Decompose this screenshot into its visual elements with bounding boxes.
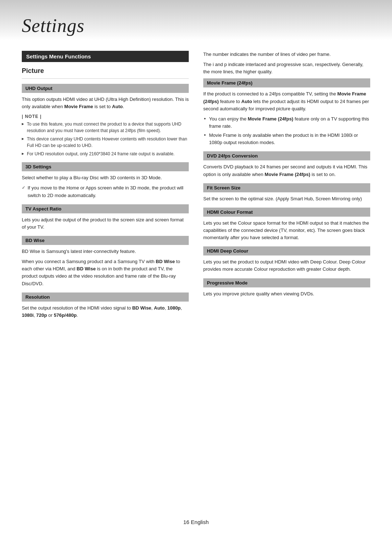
fit-screen-body: Set the screen to the optimal size. (App… bbox=[203, 195, 370, 202]
header-area: Settings bbox=[0, 0, 392, 40]
movie-frame-bullet-2: Movie Frame is only available when the p… bbox=[203, 132, 370, 146]
footer-lang: English bbox=[191, 519, 209, 525]
subsection-uhd-output: UHD Output bbox=[22, 84, 189, 93]
page-wrapper: Settings Settings Menu Functions Picture… bbox=[0, 0, 392, 536]
hdmi-colour-format-body: Lets you set the Colour space format for… bbox=[203, 220, 370, 241]
subsection-progressive-mode: Progressive Mode bbox=[203, 278, 370, 287]
subsection-3d-settings: 3D Settings bbox=[22, 162, 189, 171]
movie-frame-body: If the product is connected to a 24fps c… bbox=[203, 90, 370, 112]
subsection-fit-screen: Fit Screen Size bbox=[203, 183, 370, 192]
subsection-hdmi-colour-format: HDMI Colour Format bbox=[203, 208, 370, 217]
right-intro-text1: The number indicates the number of lines… bbox=[203, 51, 370, 58]
note-item-3: For UHD resolution output, only 2160*384… bbox=[22, 151, 189, 157]
dvd-24fps-body: Converts DVD playback to 24 frames per s… bbox=[203, 163, 370, 178]
subsection-bd-wise: BD Wise bbox=[22, 236, 189, 245]
content-area: Settings Menu Functions Picture UHD Outp… bbox=[0, 40, 392, 336]
movie-frame-bullet-1: You can enjoy the Movie Frame (24fps) fe… bbox=[203, 115, 370, 130]
note-label: | NOTE | bbox=[22, 114, 189, 119]
footer: 16 English bbox=[0, 519, 392, 525]
page-title: Settings bbox=[22, 15, 85, 36]
subsection-tv-aspect-ratio: TV Aspect Ratio bbox=[22, 204, 189, 213]
uhd-output-body: This option outputs HDMI video at UHD (U… bbox=[22, 96, 189, 110]
3d-settings-body: Select whether to play a Blu-ray Disc wi… bbox=[22, 174, 189, 181]
bd-wise-body1: BD Wise is Samsung's latest inter-connec… bbox=[22, 248, 189, 255]
subsection-hdmi-deep-colour: HDMI Deep Colour bbox=[203, 246, 370, 255]
3d-checkmark-list: If you move to the Home or Apps screen w… bbox=[22, 184, 189, 199]
right-intro-text2: The i and p indicate interlaced and prog… bbox=[203, 61, 370, 75]
section-heading-bar: Settings Menu Functions bbox=[22, 51, 189, 62]
note-item-1: To use this feature, you must connect th… bbox=[22, 121, 189, 134]
progressive-mode-body: Lets you improve picture quality when vi… bbox=[203, 290, 370, 298]
hdmi-deep-colour-body: Lets you set the product to output HDMI … bbox=[203, 258, 370, 273]
note-item-2: This device cannot play UHD contents How… bbox=[22, 136, 189, 149]
uhd-note-block: | NOTE | To use this feature, you must c… bbox=[22, 114, 189, 157]
right-column: The number indicates the number of lines… bbox=[203, 51, 370, 322]
section-main-heading: Settings Menu Functions bbox=[26, 53, 91, 60]
left-column: Settings Menu Functions Picture UHD Outp… bbox=[22, 51, 189, 322]
subsection-resolution: Resolution bbox=[22, 292, 189, 302]
bd-wise-body2: When you connect a Samsung product and a… bbox=[22, 258, 189, 287]
left-section-title: Picture bbox=[22, 67, 189, 75]
subsection-dvd-24fps: DVD 24fps Conversion bbox=[203, 151, 370, 160]
movie-frame-bullet-list: You can enjoy the Movie Frame (24fps) fe… bbox=[203, 115, 370, 147]
note-list: To use this feature, you must connect th… bbox=[22, 121, 189, 157]
footer-page-number: 16 bbox=[183, 519, 189, 525]
subsection-movie-frame: Movie Frame (24fps) bbox=[203, 78, 370, 87]
3d-check-item-1: If you move to the Home or Apps screen w… bbox=[22, 184, 189, 199]
resolution-body: Set the output resolution of the HDMI vi… bbox=[22, 304, 189, 319]
section-divider bbox=[22, 78, 189, 79]
tv-aspect-ratio-body: Lets you adjust the output of the produc… bbox=[22, 216, 189, 231]
